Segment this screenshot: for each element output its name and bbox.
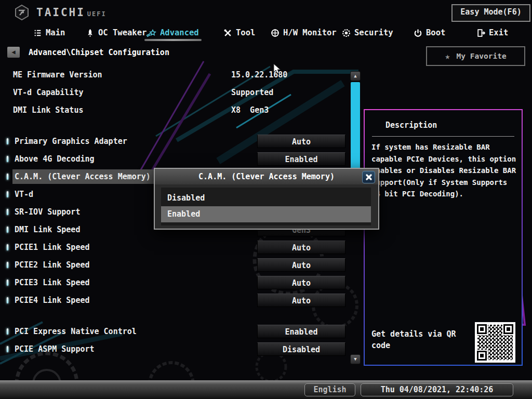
setting-label: PCIE1 Link Speed <box>15 241 90 254</box>
setting-label: Primary Graphics Adapter <box>15 135 127 148</box>
tab-hw-monitor[interactable]: H/W Monitor <box>271 26 337 39</box>
popup-close-button[interactable] <box>362 171 375 183</box>
value-button-above-4g-decoding[interactable]: Enabled <box>257 152 345 166</box>
info-row: ME Firmware Version 15.0.22.1680 <box>0 68 349 82</box>
value-button-pcie4-link-speed[interactable]: Auto <box>257 294 345 307</box>
uefi-screen: TAICHIUEFI Easy Mode(F6) Main OC Tweaker… <box>0 0 532 399</box>
info-value: Supported <box>231 86 273 99</box>
brand-sub: UEFI <box>87 10 107 18</box>
tab-tool[interactable]: Tool <box>223 26 255 39</box>
submenu-bullet-icon <box>7 191 8 197</box>
scrollbar-thumb[interactable] <box>351 82 360 174</box>
setting-label: PCI Express Native Control <box>15 325 137 338</box>
value-button-pcie1-link-speed[interactable]: Auto <box>257 241 345 254</box>
submenu-bullet-icon <box>7 280 8 286</box>
exit-door-icon <box>476 29 485 37</box>
description-panel: Description If system has Resizable BAR … <box>364 109 523 366</box>
description-title: Description <box>365 110 522 130</box>
tab-label: Advanced <box>160 28 199 37</box>
submenu-bullet-icon <box>7 328 8 335</box>
setting-label: PCIE2 Link Speed <box>15 258 90 272</box>
brand-name: TAICHI <box>36 6 85 19</box>
setting-label: VT-d <box>15 188 33 201</box>
value-button-pcie3-link-speed[interactable]: Auto <box>257 276 345 289</box>
info-row: DMI Link Status X8 Gen3 <box>0 103 349 117</box>
wrench-icon <box>223 29 232 37</box>
setting-label: DMI Link Speed <box>15 223 80 236</box>
my-favorite-label: My Favorite <box>457 52 507 60</box>
submenu-bullet-icon <box>7 346 8 352</box>
datetime-display: Thu 04/08/2021, 22:40:26 <box>361 383 513 396</box>
easy-mode-button[interactable]: Easy Mode(F6) <box>451 4 530 22</box>
setting-label: SR-IOV Support <box>15 205 80 219</box>
value-button-pci-express-native-control[interactable]: Enabled <box>257 325 345 338</box>
popup-options-list: Disabled Enabled <box>161 188 371 225</box>
tab-exit[interactable]: Exit <box>476 26 508 39</box>
setting-label: C.A.M. (Clever Access Memory) <box>15 170 151 183</box>
tab-main[interactable]: Main <box>33 26 65 39</box>
submenu-bullet-icon <box>7 174 8 180</box>
description-body: If system has Resizable BAR capable PCIe… <box>365 137 522 200</box>
breadcrumb: Advanced\Chipset Configuration <box>29 48 169 57</box>
tab-label: Boot <box>426 28 445 37</box>
qr-caption: Get details via QR code <box>371 328 468 351</box>
popup-option-enabled-selected[interactable]: Enabled <box>161 206 371 222</box>
setting-label: PCIE ASPM Support <box>15 342 95 356</box>
tab-label: H/W Monitor <box>283 28 337 37</box>
popup-option-disabled[interactable]: Disabled <box>161 190 371 206</box>
comet-star-icon <box>146 29 156 37</box>
tab-label: Exit <box>489 28 508 37</box>
submenu-bullet-icon <box>7 262 8 268</box>
brand-logo: TAICHIUEFI <box>14 4 107 21</box>
active-tab-underline <box>144 39 202 41</box>
info-label: DMI Link Status <box>13 103 83 117</box>
submenu-bullet-icon <box>7 244 8 250</box>
scroll-up-button[interactable]: ▲ <box>350 71 361 81</box>
submenu-bullet-icon <box>7 156 8 162</box>
tab-label: Tool <box>236 28 255 37</box>
tab-oc-tweaker[interactable]: OC Tweaker <box>86 26 147 39</box>
info-label: ME Firmware Version <box>13 68 102 82</box>
setting-label: PCIE3 Link Speed <box>15 276 90 289</box>
qr-finder-top-right <box>503 324 513 334</box>
qr-code <box>475 322 515 363</box>
setting-label: PCIE4 Link Speed <box>15 294 90 307</box>
list-icon <box>33 29 42 37</box>
status-bar: English Thu 04/08/2021, 22:40:26 <box>0 380 532 399</box>
scroll-down-button[interactable]: ▼ <box>350 354 361 364</box>
info-value: X8 Gen3 <box>231 103 269 117</box>
close-x-icon <box>366 174 372 180</box>
submenu-bullet-icon <box>7 227 8 233</box>
tab-advanced[interactable]: Advanced <box>146 26 199 39</box>
tab-label: Main <box>46 28 65 37</box>
crosshair-monitor-icon <box>271 29 280 37</box>
submenu-bullet-icon <box>7 297 8 303</box>
rocket-icon <box>86 29 95 37</box>
my-favorite-button[interactable]: ★ My Favorite <box>426 46 525 66</box>
setting-label: Above 4G Decoding <box>15 152 95 166</box>
cam-popup-dialog: C.A.M. (Clever Access Memory) Disabled E… <box>154 168 379 230</box>
value-button-pcie-aspm-support[interactable]: Disabled <box>257 342 345 356</box>
star-icon: ★ <box>445 51 450 61</box>
submenu-bullet-icon <box>7 209 8 215</box>
tab-security[interactable]: Security <box>342 26 393 39</box>
tab-label: OC Tweaker <box>98 28 147 37</box>
qr-finder-top-left <box>477 324 487 334</box>
value-button-primary-graphics-adapter[interactable]: Auto <box>257 135 345 148</box>
qr-finder-bottom-left <box>477 351 487 361</box>
language-button[interactable]: English <box>304 383 355 396</box>
info-label: VT-d Capability <box>13 86 83 99</box>
info-row: VT-d Capability Supported <box>0 86 349 99</box>
security-badge-icon <box>342 29 351 37</box>
popup-title: C.A.M. (Clever Access Memory) <box>155 169 378 184</box>
value-button-pcie2-link-speed[interactable]: Auto <box>257 258 345 272</box>
mouse-cursor <box>273 63 282 75</box>
power-icon <box>414 29 422 37</box>
taichi-hex-logo-icon <box>14 4 30 21</box>
back-button[interactable]: ◀ <box>7 47 20 58</box>
tab-boot[interactable]: Boot <box>414 26 445 39</box>
submenu-bullet-icon <box>7 138 8 144</box>
tab-label: Security <box>354 28 393 37</box>
